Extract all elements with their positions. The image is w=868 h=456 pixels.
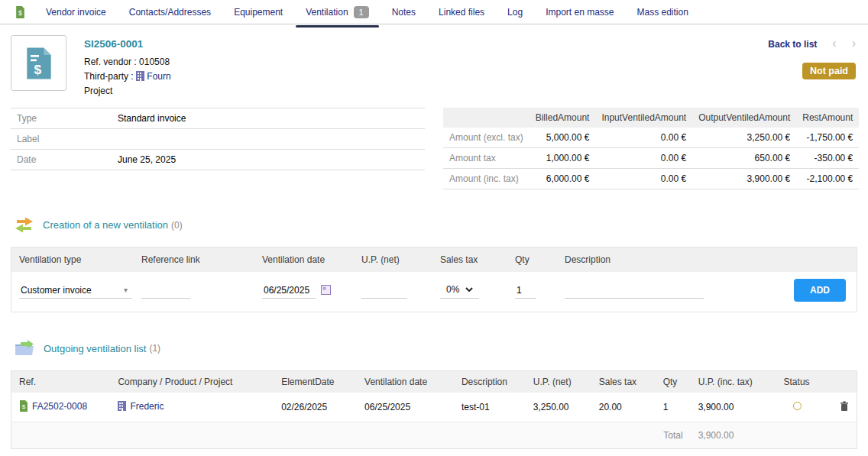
tab-equipement[interactable]: Equipement — [222, 1, 294, 24]
sales-tax-select[interactable]: 0% — [440, 282, 479, 299]
creation-form-header: Ventilation type Reference link Ventilat… — [11, 247, 857, 272]
amount-label: Amount tax — [443, 148, 530, 169]
table-row: $FA2502-0008 Frederic 02/26/2025 06/25/2… — [11, 393, 857, 422]
col-element-date: ElementDate — [274, 371, 357, 393]
description-input[interactable] — [565, 283, 704, 299]
detail-row-label: Label — [11, 129, 425, 150]
ventilation-type-select[interactable]: Customer invoice▾ — [19, 283, 132, 299]
tab-log[interactable]: Log — [496, 1, 534, 24]
invoice-icon: $ — [19, 400, 28, 412]
document-dollar-icon: $ — [24, 47, 53, 80]
tab-mass-edition[interactable]: Mass edition — [626, 1, 700, 24]
header-description: Description — [565, 254, 771, 265]
tab-vendor-invoice[interactable]: Vendor invoice — [34, 1, 118, 24]
invoice-thumbnail: $ — [11, 35, 66, 91]
amounts-table: BilledAmount InputVentiledAmount OutputV… — [443, 108, 859, 189]
calendar-icon[interactable] — [321, 286, 331, 297]
previous-record-icon[interactable]: ‹ — [832, 37, 836, 50]
amounts-header-row: BilledAmount InputVentiledAmount OutputV… — [443, 108, 859, 128]
detail-row-type: Type Standard invoice — [11, 108, 425, 129]
col-company-product-project: Company / Product / Project — [110, 371, 274, 393]
next-record-icon[interactable]: › — [852, 37, 856, 50]
creation-section-header: Creation of a new ventilation (0) — [14, 217, 856, 233]
tab-notes[interactable]: Notes — [381, 1, 427, 24]
invoice-banner: $ SI2506-0001 Ref. vendor : 010508 Third… — [0, 24, 868, 103]
tab-linked-files[interactable]: Linked files — [427, 1, 496, 24]
svg-text:$: $ — [22, 403, 26, 410]
amount-label: Amount (inc. tax) — [443, 169, 530, 189]
col-qty: Qty — [656, 371, 691, 393]
total-row: Total 3,900.00 — [11, 422, 857, 449]
creation-section-count: (0) — [171, 220, 183, 231]
building-icon — [136, 71, 144, 81]
ventilation-count-badge: 1 — [354, 6, 369, 18]
detail-value: June 25, 2025 — [118, 154, 176, 165]
amounts-header-billed: BilledAmount — [530, 108, 596, 128]
outgoing-ventilation-table: Ref. Company / Product / Project Element… — [11, 370, 857, 449]
detail-label: Label — [17, 134, 118, 144]
third-party-line: Third-party : Fourn — [84, 70, 171, 84]
ventilation-arrows-icon — [14, 217, 34, 233]
third-party-link[interactable]: Fourn — [147, 71, 170, 82]
amount-value: 3,250.00 € — [692, 128, 796, 148]
up-net-cell: 3,250.00 — [526, 393, 591, 422]
company-link[interactable]: Frederic — [130, 401, 164, 412]
amount-value: 3,900.00 € — [692, 169, 796, 189]
svg-text:$: $ — [34, 62, 41, 77]
up-net-input[interactable] — [361, 283, 407, 299]
ventilation-date-input[interactable] — [262, 283, 316, 299]
third-party-label: Third-party : — [84, 71, 136, 82]
amounts-row-inc-tax: Amount (inc. tax) 6,000.00 € 0.00 € 3,90… — [443, 169, 859, 189]
outgoing-section-header: Outgoing ventilation list (1) — [14, 340, 856, 357]
amounts-header-empty — [443, 108, 530, 128]
reference-link-input[interactable] — [141, 283, 190, 299]
amount-value: 0.00 € — [595, 128, 692, 148]
detail-value: Standard invoice — [118, 113, 186, 124]
header-reference-link: Reference link — [141, 254, 262, 265]
outgoing-header-row: Ref. Company / Product / Project Element… — [11, 371, 857, 393]
tab-ventilation[interactable]: Ventilation1 — [294, 0, 381, 24]
amount-value: 0.00 € — [595, 148, 692, 169]
description-cell: test-01 — [454, 393, 526, 422]
outgoing-folder-icon — [14, 340, 35, 357]
ref-vendor-line: Ref. vendor : 010508 — [84, 55, 171, 70]
amount-value: -350.00 € — [796, 148, 859, 169]
add-button[interactable]: ADD — [794, 279, 846, 302]
back-to-list-link[interactable]: Back to list — [768, 39, 817, 50]
header-sales-tax: Sales tax — [440, 254, 515, 265]
col-ventilation-date: Ventilation date — [357, 371, 454, 393]
sales-tax-cell: 20.00 — [591, 393, 656, 422]
chevron-down-icon: ▾ — [124, 286, 128, 294]
qty-cell: 1 — [656, 393, 691, 422]
status-badge: Not paid — [802, 63, 856, 79]
creation-form-row: Customer invoice▾ 0% ADD — [11, 272, 857, 312]
creation-form-table: Ventilation type Reference link Ventilat… — [11, 247, 857, 312]
qty-input[interactable] — [515, 283, 536, 299]
amount-value: 650.00 € — [692, 148, 796, 169]
creation-section-title: Creation of a new ventilation — [43, 219, 168, 231]
header-ventilation-type: Ventilation type — [11, 254, 141, 265]
ref-link[interactable]: FA2502-0008 — [32, 401, 87, 412]
col-up-net: U.P. (net) — [526, 371, 591, 393]
amount-label: Amount (excl. tax) — [443, 128, 530, 148]
ref-vendor-label: Ref. vendor : — [84, 57, 139, 67]
ventilation-type-value: Customer invoice — [21, 285, 92, 296]
tab-ventilation-label: Ventilation — [306, 7, 348, 18]
tab-contacts-addresses[interactable]: Contacts/Addresses — [118, 1, 222, 24]
amount-value: 0.00 € — [595, 169, 692, 189]
building-icon — [118, 401, 126, 411]
total-value: 3,900.00 — [691, 422, 776, 449]
trash-icon[interactable] — [840, 401, 849, 412]
col-up-inc-tax: U.P. (inc. tax) — [691, 371, 776, 393]
tab-bar: $ Vendor invoice Contacts/Addresses Equi… — [0, 0, 868, 24]
element-date-cell: 02/26/2025 — [274, 393, 357, 422]
project-label: Project — [84, 84, 171, 99]
ventilation-date-cell: 06/25/2025 — [357, 393, 454, 422]
up-inc-tax-cell: 3,900.00 — [691, 393, 776, 422]
header-up-net: U.P. (net) — [361, 254, 440, 265]
sales-tax-value: 0% — [446, 284, 459, 295]
col-ref: Ref. — [11, 371, 111, 393]
outgoing-section-count: (1) — [149, 343, 160, 354]
amounts-row-tax: Amount tax 1,000.00 € 0.00 € 650.00 € -3… — [443, 148, 859, 169]
tab-import-en-masse[interactable]: Import en masse — [534, 1, 625, 24]
